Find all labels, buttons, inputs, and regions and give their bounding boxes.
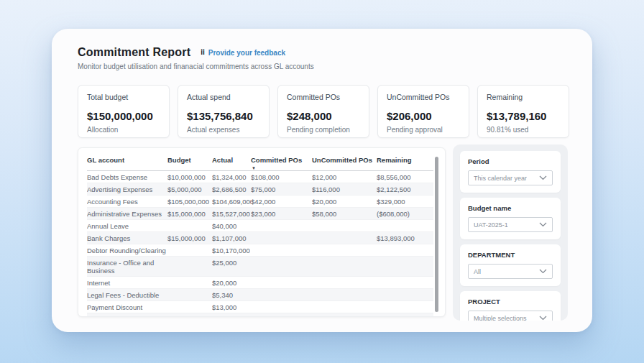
table-row[interactable]: Postage and Courier$100,000 (87, 313, 433, 318)
table-cell (377, 301, 433, 313)
table-row[interactable]: Bad Debts Expense$10,000,000$1,324,000$1… (87, 171, 433, 183)
table-cell: $42,000 (251, 196, 312, 208)
table-cell: $75,000 (251, 183, 312, 196)
filter-card-budget-name: Budget name UAT-2025-1 (460, 198, 561, 239)
table-cell: $100,000 (212, 313, 251, 318)
kpi-title: Total budget (87, 93, 160, 101)
table-cell: Debtor Rounding/Clearing (87, 244, 167, 257)
kpi-title: Actual spend (187, 93, 260, 101)
table-cell: $40,000 (212, 220, 251, 232)
kpi-subtitle: Actual expenses (187, 126, 260, 134)
table-row[interactable]: Bank Charges$15,000,000$1,107,000$13,893… (87, 232, 433, 244)
kpi-card: Remaining $13,789,160 90.81% used (477, 85, 569, 138)
filter-dropdown[interactable]: All (468, 264, 553, 279)
table-cell (312, 277, 377, 289)
table-cell: $15,000,000 (167, 208, 212, 220)
table-cell: $1,324,000 (212, 171, 251, 183)
table-cell: $20,000 (312, 196, 377, 208)
filter-card-period: Period This calendar year (460, 151, 561, 193)
table-cell: ($608,000) (377, 208, 433, 220)
table-row[interactable]: Payment Discount$13,000 (87, 301, 433, 313)
kpi-title: Committed POs (287, 93, 360, 101)
table-cell: $105,000,000 (167, 196, 212, 208)
filter-label: Budget name (468, 204, 553, 212)
kpi-subtitle: Pending approval (387, 126, 460, 134)
table-cell: $2,122,500 (377, 183, 433, 196)
table-cell (167, 301, 212, 313)
filter-value: This calendar year (474, 175, 527, 182)
table-row[interactable]: Advertising Expenses$5,000,000$2,686,500… (87, 183, 433, 196)
table-row[interactable]: Annual Leave$40,000 (87, 220, 433, 232)
filter-card-department: DEPARTMENT All (460, 244, 561, 286)
table-cell (312, 244, 377, 257)
gl-table: GL account Budget Actual Committed POs ▼… (87, 151, 433, 317)
table-cell: $2,686,500 (212, 183, 251, 196)
table-cell: $58,000 (312, 208, 377, 220)
table-cell (377, 257, 433, 277)
table-cell: Postage and Courier (87, 313, 167, 318)
table-cell (167, 244, 212, 257)
table-cell: Legal Fees - Deductible (87, 289, 167, 301)
kpi-subtitle: Pending completion (287, 126, 360, 134)
table-cell: $104,609,000 (212, 196, 251, 208)
filter-value: Multiple selections (474, 315, 527, 321)
table-row[interactable]: Legal Fees - Deductible$5,340 (87, 289, 433, 301)
column-header-budget[interactable]: Budget (167, 151, 212, 171)
table-cell: $15,000,000 (167, 232, 212, 244)
column-header-remaining[interactable]: Remaining (377, 151, 433, 171)
chevron-down-icon (539, 222, 547, 227)
table-cell: Advertising Expenses (87, 183, 167, 196)
table-cell (377, 244, 433, 257)
table-cell (251, 313, 312, 318)
table-cell: $10,000,000 (167, 171, 212, 183)
table-cell: $25,000 (212, 257, 251, 277)
kpi-card: UnCommitted POs $206,000 Pending approva… (377, 85, 469, 138)
table-row[interactable]: Insurance - Office and Business$25,000 (87, 257, 433, 277)
table-cell: $15,527,000 (212, 208, 251, 220)
table-cell (377, 220, 433, 232)
filter-dropdown[interactable]: UAT-2025-1 (468, 217, 553, 232)
table-row[interactable]: Accounting Fees$105,000,000$104,609,000$… (87, 196, 433, 208)
column-header-actual[interactable]: Actual (212, 151, 251, 171)
table-cell: $329,000 (377, 196, 433, 208)
table-cell (251, 220, 312, 232)
table-cell: Payment Discount (87, 301, 167, 313)
table-scrollbar[interactable] (435, 157, 438, 312)
filter-dropdown[interactable]: Multiple selections (468, 311, 553, 321)
feedback-link[interactable]: ii Provide your feedback (201, 49, 285, 57)
sort-descending-icon: ▼ (252, 166, 256, 170)
column-header-gl-account[interactable]: GL account (87, 151, 167, 171)
table-cell: Annual Leave (87, 220, 167, 232)
table-cell (312, 313, 377, 318)
table-cell: $108,000 (251, 171, 312, 183)
table-cell (167, 313, 212, 318)
table-cell (312, 232, 377, 244)
table-cell (167, 220, 212, 232)
table-cell: $13,000 (212, 301, 251, 313)
table-row[interactable]: Debtor Rounding/Clearing$10,170,000 (87, 244, 433, 257)
table-cell (377, 277, 433, 289)
column-header-committed-pos[interactable]: Committed POs ▼ (251, 151, 312, 171)
feedback-icon: ii (201, 49, 205, 56)
column-header-uncommitted-pos[interactable]: UnCommitted POs (312, 151, 377, 171)
table-cell (251, 232, 312, 244)
chevron-down-icon (539, 269, 547, 274)
table-cell: $20,000 (212, 277, 251, 289)
kpi-subtitle: Allocation (87, 126, 160, 134)
table-cell (251, 301, 312, 313)
table-cell: $5,000,000 (167, 183, 212, 196)
kpi-card: Total budget $150,000,000 Allocation (78, 85, 170, 138)
table-row[interactable]: Administrative Expenses$15,000,000$15,52… (87, 208, 433, 220)
kpi-card: Actual spend $135,756,840 Actual expense… (178, 85, 270, 138)
table-cell (167, 277, 212, 289)
filter-dropdown[interactable]: This calendar year (468, 170, 553, 185)
filter-label: Period (468, 157, 553, 165)
kpi-value: $206,000 (387, 110, 460, 122)
table-row[interactable]: Internet$20,000 (87, 277, 433, 289)
table-cell (251, 244, 312, 257)
report-card: Commitment Report ii Provide your feedba… (52, 29, 592, 332)
kpi-card: Committed POs $248,000 Pending completio… (277, 85, 369, 138)
kpi-title: Remaining (487, 93, 560, 101)
table-cell (167, 289, 212, 301)
table-cell (167, 257, 212, 277)
